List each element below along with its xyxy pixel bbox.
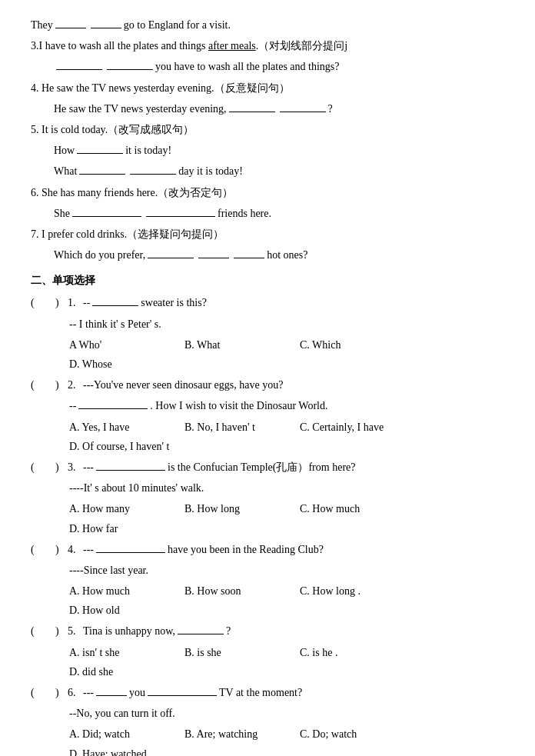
- sentence-3b: He saw the TV news yesterday evening, ?: [31, 99, 504, 118]
- sentence-3: 4. He saw the TV news yesterday evening.…: [31, 78, 504, 98]
- q2-options: A. Yes, I have B. No, I haven' t C. Cert…: [31, 418, 504, 456]
- sentence-2b: you have to wash all the plates and thin…: [31, 57, 504, 76]
- q1-options: A Who' B. What C. Which D. Whose: [31, 335, 504, 374]
- q4-options: A. How much B. How soon C. How long . D.…: [31, 581, 504, 620]
- question-6: ( ) 6. --- you TV at the moment? --No, y…: [31, 683, 504, 756]
- sentence-4c: What day it is today!: [31, 162, 504, 181]
- sentence-4b: How it is today!: [31, 141, 504, 160]
- q6-options: A. Did; watch B. Are; watching C. Do; wa…: [31, 724, 504, 756]
- q3-options: A. How many B. How long C. How much D. H…: [31, 499, 504, 538]
- sentence-5b: She friends here.: [31, 204, 504, 223]
- question-1: ( ) 1. -- sweater is this? -- I think it…: [31, 293, 504, 374]
- question-2: ( ) 2. ---You've never seen dinosaur egg…: [31, 375, 504, 456]
- worksheet-content: They go to England for a visit. 3.I have…: [31, 15, 504, 756]
- sentence-4: 5. It is cold today.（改写成感叹句）: [31, 120, 504, 139]
- question-4: ( ) 4. --- have you been in the Reading …: [31, 540, 504, 621]
- question-5: ( ) 5. Tina is unhappy now, ? A. isn' t …: [31, 621, 504, 681]
- sentence-5: 6. She has many friends here.（改为否定句）: [31, 183, 504, 202]
- section-2-title: 二、单项选择: [31, 271, 504, 290]
- sentence-6: 7. I prefer cold drinks.（选择疑问句提问）: [31, 225, 504, 244]
- question-3: ( ) 3. --- is the Confucian Temple(孔庙）fr…: [31, 458, 504, 538]
- sentence-6b: Which do you prefer, hot ones?: [31, 245, 504, 265]
- sentence-1: They go to England for a visit.: [31, 15, 504, 35]
- sentence-2: 3.I have to wash all the plates and thin…: [31, 36, 504, 55]
- q5-options: A. isn' t she B. is she C. is he . D. di…: [31, 643, 504, 681]
